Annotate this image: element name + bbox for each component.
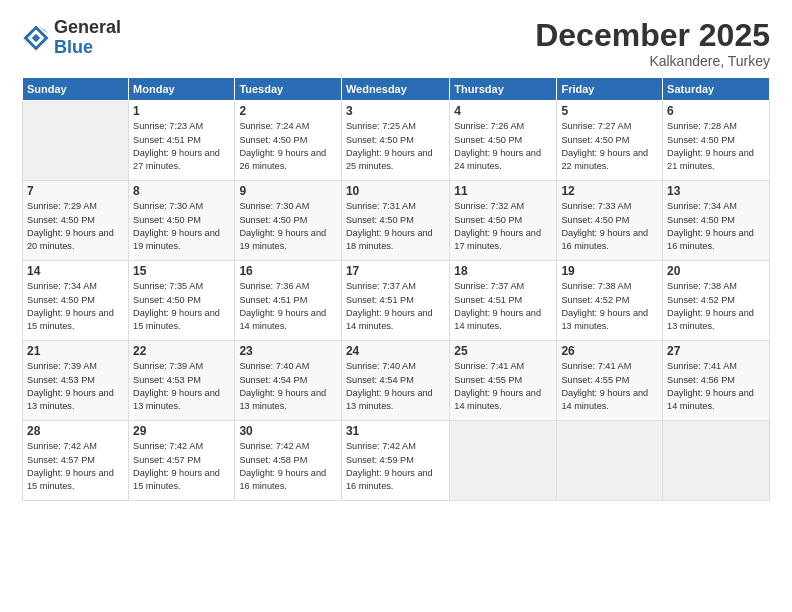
week-row-0: 1Sunrise: 7:23 AMSunset: 4:51 PMDaylight…	[23, 101, 770, 181]
day-number: 8	[133, 184, 230, 198]
title-block: December 2025 Kalkandere, Turkey	[535, 18, 770, 69]
day-number: 14	[27, 264, 124, 278]
day-info: Sunrise: 7:36 AMSunset: 4:51 PMDaylight:…	[239, 280, 337, 333]
day-number: 3	[346, 104, 445, 118]
calendar-cell: 21Sunrise: 7:39 AMSunset: 4:53 PMDayligh…	[23, 341, 129, 421]
logo-text: General Blue	[54, 18, 121, 58]
day-info: Sunrise: 7:32 AMSunset: 4:50 PMDaylight:…	[454, 200, 552, 253]
day-info: Sunrise: 7:39 AMSunset: 4:53 PMDaylight:…	[133, 360, 230, 413]
day-info: Sunrise: 7:27 AMSunset: 4:50 PMDaylight:…	[561, 120, 658, 173]
day-number: 10	[346, 184, 445, 198]
day-info: Sunrise: 7:40 AMSunset: 4:54 PMDaylight:…	[346, 360, 445, 413]
month-title: December 2025	[535, 18, 770, 53]
day-number: 6	[667, 104, 765, 118]
day-number: 13	[667, 184, 765, 198]
day-info: Sunrise: 7:35 AMSunset: 4:50 PMDaylight:…	[133, 280, 230, 333]
header-friday: Friday	[557, 78, 663, 101]
calendar-cell	[23, 101, 129, 181]
day-info: Sunrise: 7:42 AMSunset: 4:58 PMDaylight:…	[239, 440, 337, 493]
logo-icon	[22, 24, 50, 52]
calendar-cell: 28Sunrise: 7:42 AMSunset: 4:57 PMDayligh…	[23, 421, 129, 501]
calendar-cell: 14Sunrise: 7:34 AMSunset: 4:50 PMDayligh…	[23, 261, 129, 341]
day-info: Sunrise: 7:25 AMSunset: 4:50 PMDaylight:…	[346, 120, 445, 173]
calendar-cell: 9Sunrise: 7:30 AMSunset: 4:50 PMDaylight…	[235, 181, 342, 261]
day-number: 11	[454, 184, 552, 198]
day-info: Sunrise: 7:41 AMSunset: 4:56 PMDaylight:…	[667, 360, 765, 413]
day-info: Sunrise: 7:40 AMSunset: 4:54 PMDaylight:…	[239, 360, 337, 413]
calendar-cell: 29Sunrise: 7:42 AMSunset: 4:57 PMDayligh…	[129, 421, 235, 501]
day-number: 15	[133, 264, 230, 278]
calendar-cell: 6Sunrise: 7:28 AMSunset: 4:50 PMDaylight…	[663, 101, 770, 181]
day-info: Sunrise: 7:34 AMSunset: 4:50 PMDaylight:…	[667, 200, 765, 253]
day-info: Sunrise: 7:42 AMSunset: 4:59 PMDaylight:…	[346, 440, 445, 493]
day-number: 31	[346, 424, 445, 438]
header-monday: Monday	[129, 78, 235, 101]
calendar-cell: 16Sunrise: 7:36 AMSunset: 4:51 PMDayligh…	[235, 261, 342, 341]
location: Kalkandere, Turkey	[535, 53, 770, 69]
day-number: 1	[133, 104, 230, 118]
day-number: 7	[27, 184, 124, 198]
week-row-1: 7Sunrise: 7:29 AMSunset: 4:50 PMDaylight…	[23, 181, 770, 261]
day-number: 4	[454, 104, 552, 118]
day-info: Sunrise: 7:28 AMSunset: 4:50 PMDaylight:…	[667, 120, 765, 173]
calendar-cell	[557, 421, 663, 501]
day-number: 20	[667, 264, 765, 278]
logo-general: General	[54, 18, 121, 38]
calendar-cell: 19Sunrise: 7:38 AMSunset: 4:52 PMDayligh…	[557, 261, 663, 341]
calendar-cell: 10Sunrise: 7:31 AMSunset: 4:50 PMDayligh…	[341, 181, 449, 261]
day-info: Sunrise: 7:41 AMSunset: 4:55 PMDaylight:…	[561, 360, 658, 413]
day-number: 28	[27, 424, 124, 438]
day-info: Sunrise: 7:23 AMSunset: 4:51 PMDaylight:…	[133, 120, 230, 173]
calendar-table: SundayMondayTuesdayWednesdayThursdayFrid…	[22, 77, 770, 501]
day-info: Sunrise: 7:31 AMSunset: 4:50 PMDaylight:…	[346, 200, 445, 253]
calendar-cell: 8Sunrise: 7:30 AMSunset: 4:50 PMDaylight…	[129, 181, 235, 261]
day-info: Sunrise: 7:24 AMSunset: 4:50 PMDaylight:…	[239, 120, 337, 173]
day-info: Sunrise: 7:26 AMSunset: 4:50 PMDaylight:…	[454, 120, 552, 173]
day-number: 9	[239, 184, 337, 198]
day-info: Sunrise: 7:39 AMSunset: 4:53 PMDaylight:…	[27, 360, 124, 413]
day-number: 26	[561, 344, 658, 358]
day-info: Sunrise: 7:29 AMSunset: 4:50 PMDaylight:…	[27, 200, 124, 253]
day-number: 16	[239, 264, 337, 278]
calendar-cell: 13Sunrise: 7:34 AMSunset: 4:50 PMDayligh…	[663, 181, 770, 261]
calendar-cell: 26Sunrise: 7:41 AMSunset: 4:55 PMDayligh…	[557, 341, 663, 421]
page: General Blue December 2025 Kalkandere, T…	[0, 0, 792, 612]
day-number: 18	[454, 264, 552, 278]
header-thursday: Thursday	[450, 78, 557, 101]
header-wednesday: Wednesday	[341, 78, 449, 101]
calendar-cell: 22Sunrise: 7:39 AMSunset: 4:53 PMDayligh…	[129, 341, 235, 421]
day-number: 23	[239, 344, 337, 358]
day-number: 17	[346, 264, 445, 278]
calendar-cell: 25Sunrise: 7:41 AMSunset: 4:55 PMDayligh…	[450, 341, 557, 421]
day-number: 12	[561, 184, 658, 198]
logo: General Blue	[22, 18, 121, 58]
calendar-cell: 17Sunrise: 7:37 AMSunset: 4:51 PMDayligh…	[341, 261, 449, 341]
week-row-3: 21Sunrise: 7:39 AMSunset: 4:53 PMDayligh…	[23, 341, 770, 421]
calendar-cell: 27Sunrise: 7:41 AMSunset: 4:56 PMDayligh…	[663, 341, 770, 421]
day-info: Sunrise: 7:42 AMSunset: 4:57 PMDaylight:…	[27, 440, 124, 493]
day-number: 21	[27, 344, 124, 358]
calendar-cell: 15Sunrise: 7:35 AMSunset: 4:50 PMDayligh…	[129, 261, 235, 341]
calendar-cell: 11Sunrise: 7:32 AMSunset: 4:50 PMDayligh…	[450, 181, 557, 261]
calendar-cell: 2Sunrise: 7:24 AMSunset: 4:50 PMDaylight…	[235, 101, 342, 181]
calendar-cell: 24Sunrise: 7:40 AMSunset: 4:54 PMDayligh…	[341, 341, 449, 421]
header-row: SundayMondayTuesdayWednesdayThursdayFrid…	[23, 78, 770, 101]
day-info: Sunrise: 7:30 AMSunset: 4:50 PMDaylight:…	[133, 200, 230, 253]
day-info: Sunrise: 7:38 AMSunset: 4:52 PMDaylight:…	[667, 280, 765, 333]
day-number: 30	[239, 424, 337, 438]
day-number: 27	[667, 344, 765, 358]
calendar-cell: 30Sunrise: 7:42 AMSunset: 4:58 PMDayligh…	[235, 421, 342, 501]
day-number: 22	[133, 344, 230, 358]
day-info: Sunrise: 7:30 AMSunset: 4:50 PMDaylight:…	[239, 200, 337, 253]
day-info: Sunrise: 7:37 AMSunset: 4:51 PMDaylight:…	[346, 280, 445, 333]
day-info: Sunrise: 7:34 AMSunset: 4:50 PMDaylight:…	[27, 280, 124, 333]
calendar-cell: 1Sunrise: 7:23 AMSunset: 4:51 PMDaylight…	[129, 101, 235, 181]
header-saturday: Saturday	[663, 78, 770, 101]
week-row-4: 28Sunrise: 7:42 AMSunset: 4:57 PMDayligh…	[23, 421, 770, 501]
week-row-2: 14Sunrise: 7:34 AMSunset: 4:50 PMDayligh…	[23, 261, 770, 341]
day-info: Sunrise: 7:41 AMSunset: 4:55 PMDaylight:…	[454, 360, 552, 413]
calendar-cell: 23Sunrise: 7:40 AMSunset: 4:54 PMDayligh…	[235, 341, 342, 421]
day-number: 19	[561, 264, 658, 278]
calendar-cell: 20Sunrise: 7:38 AMSunset: 4:52 PMDayligh…	[663, 261, 770, 341]
header-tuesday: Tuesday	[235, 78, 342, 101]
